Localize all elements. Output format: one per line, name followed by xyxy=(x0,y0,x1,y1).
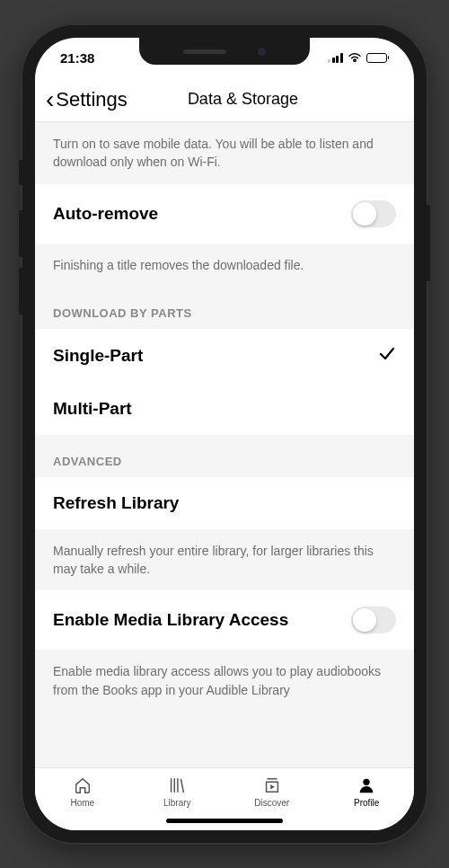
stream-download-desc: Turn on to save mobile data. You will be… xyxy=(35,122,414,184)
auto-remove-toggle[interactable] xyxy=(351,200,396,227)
library-icon xyxy=(167,775,187,795)
check-icon xyxy=(378,345,396,367)
settings-content[interactable]: Turn on to save mobile data. You will be… xyxy=(35,122,414,767)
wifi-icon xyxy=(348,50,362,66)
hardware-buttons-right xyxy=(427,205,430,281)
single-part-row[interactable]: Single-Part xyxy=(35,329,414,383)
refresh-library-row[interactable]: Refresh Library xyxy=(35,477,414,529)
hardware-buttons-left xyxy=(19,160,22,325)
advanced-header: Advanced xyxy=(35,435,414,477)
tab-library-label: Library xyxy=(163,798,191,808)
auto-remove-label: Auto-remove xyxy=(53,204,158,224)
media-library-access-toggle[interactable] xyxy=(351,607,396,633)
media-library-access-row[interactable]: Enable Media Library Access xyxy=(35,590,414,650)
phone-frame: 21:38 ‹ Settings Data & Storage Turn on … xyxy=(22,25,427,843)
tab-home[interactable]: Home xyxy=(35,775,130,808)
tab-discover[interactable]: Discover xyxy=(224,775,320,808)
chevron-left-icon: ‹ xyxy=(46,87,54,112)
refresh-library-desc: Manually refresh your entire library, fo… xyxy=(35,529,414,591)
tab-home-label: Home xyxy=(70,798,94,808)
home-icon xyxy=(73,775,92,795)
profile-icon xyxy=(357,775,376,795)
discover-icon xyxy=(262,775,282,795)
tab-discover-label: Discover xyxy=(254,798,289,808)
media-library-access-label: Enable Media Library Access xyxy=(53,610,288,630)
auto-remove-row[interactable]: Auto-remove xyxy=(35,184,414,244)
home-indicator[interactable] xyxy=(166,819,283,823)
tab-profile-label: Profile xyxy=(354,798,379,808)
screen: 21:38 ‹ Settings Data & Storage Turn on … xyxy=(35,38,414,830)
tab-profile[interactable]: Profile xyxy=(320,775,415,808)
refresh-library-label: Refresh Library xyxy=(53,493,179,513)
media-library-access-desc: Enable media library access allows you t… xyxy=(35,650,414,712)
multi-part-label: Multi-Part xyxy=(53,399,132,419)
nav-bar: ‹ Settings Data & Storage xyxy=(35,77,414,122)
download-parts-header: Download by Parts xyxy=(35,287,414,329)
svg-point-0 xyxy=(364,779,370,785)
page-title: Data & Storage xyxy=(83,90,403,109)
signal-icon xyxy=(328,53,343,63)
status-time: 21:38 xyxy=(60,50,94,66)
auto-remove-desc: Finishing a title removes the downloaded… xyxy=(35,244,414,287)
tab-library[interactable]: Library xyxy=(130,775,225,808)
battery-icon xyxy=(366,53,390,63)
single-part-label: Single-Part xyxy=(53,346,143,366)
notch xyxy=(139,38,310,65)
multi-part-row[interactable]: Multi-Part xyxy=(35,383,414,435)
